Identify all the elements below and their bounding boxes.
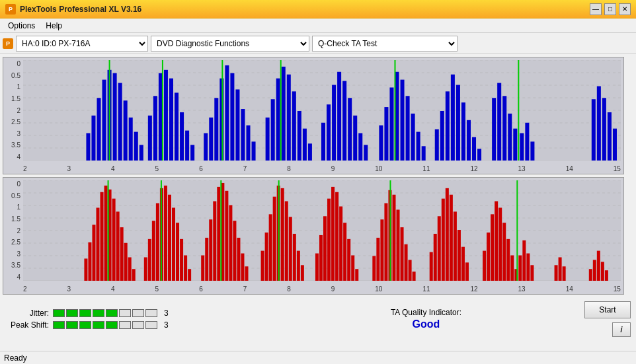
svg-rect-161 (339, 206, 342, 281)
svg-rect-78 (472, 137, 476, 161)
top-chart-container: 4 3.5 3 2.5 2 1.5 1 0.5 0 (3, 57, 624, 174)
svg-rect-25 (169, 79, 173, 161)
peakshift-value: 3 (164, 320, 169, 330)
titlebar: P PlexTools Professional XL V3.16 — □ ✕ (0, 0, 636, 18)
svg-rect-75 (456, 85, 460, 161)
svg-rect-201 (530, 265, 534, 281)
svg-rect-40 (252, 141, 256, 161)
function-select[interactable]: DVD Diagnostic Functions (151, 36, 309, 52)
svg-rect-179 (434, 234, 437, 281)
peakshift-led-7 (132, 321, 144, 329)
svg-rect-209 (605, 270, 608, 281)
close-button[interactable]: ✕ (619, 3, 631, 15)
svg-rect-87 (525, 123, 529, 161)
peakshift-label: Peak Shift: (3, 320, 49, 330)
svg-rect-14 (113, 73, 117, 161)
start-button[interactable]: Start (584, 301, 631, 318)
svg-rect-125 (176, 223, 179, 281)
svg-rect-157 (323, 216, 327, 281)
menu-options[interactable]: Options (3, 20, 40, 32)
svg-rect-44 (276, 79, 280, 161)
jitter-led-3 (79, 309, 91, 317)
svg-rect-185 (457, 230, 461, 281)
peakshift-led-3 (79, 321, 91, 329)
bottom-chart-svg (23, 180, 621, 281)
svg-rect-163 (347, 239, 350, 281)
svg-rect-148 (281, 188, 284, 281)
maximize-button[interactable]: □ (604, 3, 616, 15)
jitter-led-6 (119, 309, 131, 317)
svg-rect-117 (144, 257, 147, 281)
svg-rect-193 (502, 223, 506, 281)
svg-rect-62 (384, 107, 388, 161)
svg-rect-84 (513, 129, 517, 161)
app-title: PlexTools Professional XL V3.16 (20, 5, 141, 14)
svg-rect-82 (502, 96, 506, 161)
titlebar-controls[interactable]: — □ ✕ (590, 3, 631, 15)
svg-rect-91 (602, 98, 606, 161)
minimize-button[interactable]: — (590, 3, 602, 15)
svg-rect-36 (230, 73, 234, 161)
svg-rect-80 (492, 98, 496, 161)
indicator-section: Jitter: 3 Peak Shift: (3, 309, 285, 330)
svg-rect-136 (225, 191, 228, 281)
svg-rect-52 (321, 123, 325, 161)
svg-rect-206 (593, 260, 596, 281)
top-x-axis: 2 3 4 5 6 7 8 9 10 11 12 13 14 15 (23, 165, 621, 172)
svg-rect-74 (451, 75, 455, 161)
svg-rect-155 (315, 254, 319, 281)
svg-rect-172 (396, 209, 399, 281)
top-chart-wrapper: 4 3.5 3 2.5 2 1.5 1 0.5 0 (0, 54, 636, 176)
svg-rect-119 (152, 221, 155, 281)
svg-rect-58 (353, 116, 357, 161)
svg-rect-160 (335, 192, 338, 281)
svg-rect-137 (229, 205, 232, 281)
svg-rect-45 (282, 67, 286, 161)
svg-rect-105 (92, 225, 95, 281)
svg-rect-50 (308, 143, 312, 161)
svg-rect-9 (86, 133, 90, 161)
svg-rect-153 (301, 265, 304, 281)
top-chart-svg (23, 60, 621, 161)
svg-rect-124 (172, 207, 175, 281)
svg-rect-207 (597, 251, 600, 281)
svg-rect-63 (389, 87, 393, 161)
svg-rect-150 (289, 217, 292, 281)
info-button[interactable]: i (612, 322, 631, 337)
svg-rect-152 (297, 251, 300, 281)
statusbar: Ready (0, 351, 636, 364)
svg-rect-173 (401, 227, 404, 281)
peakshift-led-2 (66, 321, 78, 329)
jitter-led-4 (93, 309, 104, 317)
svg-rect-48 (298, 111, 301, 161)
bottom-panel: Jitter: 3 Peak Shift: (0, 296, 636, 342)
svg-rect-54 (332, 85, 336, 161)
svg-rect-175 (409, 260, 412, 281)
menubar: Options Help (0, 18, 636, 33)
svg-rect-92 (608, 112, 612, 161)
svg-rect-159 (331, 187, 335, 281)
svg-rect-132 (209, 219, 212, 281)
svg-rect-162 (343, 223, 346, 281)
svg-rect-17 (129, 118, 133, 161)
svg-rect-194 (506, 239, 510, 281)
svg-rect-126 (180, 239, 183, 281)
top-y-axis: 4 3.5 3 2.5 2 1.5 1 0.5 0 (3, 60, 22, 161)
svg-rect-106 (96, 207, 99, 281)
menu-help[interactable]: Help (40, 20, 67, 32)
svg-rect-165 (355, 269, 358, 281)
svg-rect-65 (401, 80, 405, 161)
svg-rect-77 (467, 120, 471, 161)
svg-rect-188 (483, 251, 486, 281)
svg-rect-120 (156, 203, 159, 281)
svg-rect-49 (303, 129, 307, 161)
svg-rect-192 (498, 207, 502, 281)
test-select[interactable]: Q-Check TA Test (312, 36, 457, 52)
svg-rect-182 (446, 188, 449, 281)
drive-select[interactable]: HA:0 ID:0 PX-716A (16, 36, 148, 52)
peakshift-led-6 (119, 321, 131, 329)
svg-rect-204 (563, 266, 566, 281)
svg-rect-199 (522, 240, 526, 281)
svg-rect-128 (188, 269, 191, 281)
svg-rect-31 (204, 133, 208, 161)
